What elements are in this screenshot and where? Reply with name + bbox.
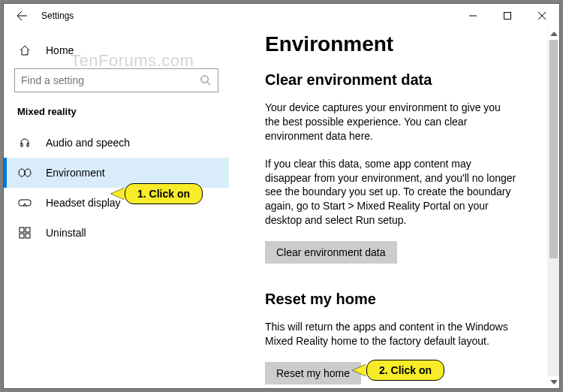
reset-my-home-button[interactable]: Reset my home (265, 362, 361, 384)
sidebar-item-label: Headset display (46, 197, 121, 209)
environment-icon (17, 165, 32, 180)
close-icon (538, 12, 546, 20)
page-heading: Environment (265, 32, 517, 56)
window-controls (456, 5, 559, 27)
scroll-up-button[interactable] (548, 28, 559, 40)
svg-rect-0 (504, 13, 511, 20)
section-title-reset-home: Reset my home (265, 291, 517, 308)
svg-rect-8 (26, 234, 30, 238)
window-title: Settings (41, 11, 456, 21)
svg-rect-4 (19, 200, 31, 206)
sidebar: Home Mixed reality Audio and speech (4, 28, 229, 388)
svg-rect-6 (26, 228, 30, 232)
minimize-icon (469, 12, 477, 20)
maximize-icon (504, 12, 511, 20)
window-body: Home Mixed reality Audio and speech (4, 28, 559, 388)
search-box[interactable] (14, 68, 218, 92)
content: Environment Clear environment data Your … (229, 28, 547, 388)
section-text: This will return the apps and content in… (265, 320, 517, 348)
sidebar-item-label: Environment (46, 167, 105, 179)
search-input[interactable] (21, 74, 200, 86)
sidebar-section-header: Mixed reality (4, 98, 229, 128)
back-arrow-icon (16, 10, 28, 22)
clear-environment-data-button[interactable]: Clear environment data (265, 241, 397, 264)
settings-window: Settings Home (3, 3, 560, 389)
maximize-button[interactable] (490, 5, 525, 27)
svg-point-3 (25, 169, 31, 176)
svg-rect-7 (20, 234, 24, 238)
svg-rect-5 (20, 228, 24, 232)
titlebar: Settings (4, 4, 559, 28)
uninstall-icon (17, 225, 32, 240)
home-label: Home (46, 44, 74, 56)
section-text: Your device captures your environment to… (265, 101, 517, 143)
headset-icon (17, 135, 32, 150)
sidebar-home[interactable]: Home (4, 35, 229, 65)
sidebar-item-environment[interactable]: Environment (4, 158, 229, 188)
home-icon (17, 43, 32, 58)
chevron-up-icon (550, 32, 558, 36)
sidebar-item-audio-speech[interactable]: Audio and speech (4, 128, 229, 158)
vertical-scrollbar[interactable] (547, 28, 559, 388)
svg-point-1 (201, 76, 208, 83)
scroll-track[interactable] (548, 40, 559, 376)
section-title-clear-env: Clear environment data (265, 71, 517, 89)
sidebar-item-label: Audio and speech (46, 137, 130, 149)
sidebar-item-uninstall[interactable]: Uninstall (4, 218, 229, 248)
sidebar-item-headset-display[interactable]: Headset display (4, 188, 229, 218)
back-button[interactable] (14, 8, 29, 23)
sidebar-item-label: Uninstall (46, 227, 86, 239)
section-text: If you clear this data, some app content… (265, 157, 517, 228)
search-icon (200, 74, 212, 86)
content-wrap: Environment Clear environment data Your … (229, 28, 559, 388)
minimize-button[interactable] (456, 5, 490, 27)
headset-display-icon (17, 195, 32, 210)
close-button[interactable] (525, 5, 559, 27)
svg-point-2 (19, 169, 25, 176)
chevron-down-icon (550, 380, 558, 384)
scroll-down-button[interactable] (548, 376, 559, 388)
scroll-thumb[interactable] (549, 40, 558, 258)
